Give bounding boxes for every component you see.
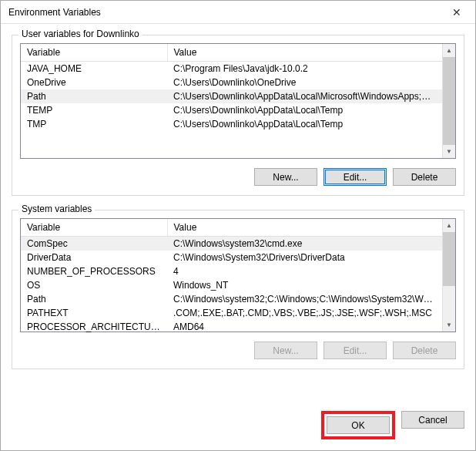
system-delete-button: Delete xyxy=(393,342,456,359)
table-row-selected[interactable]: ComSpec C:\Windows\system32\cmd.exe xyxy=(21,237,442,251)
table-row[interactable]: TMP C:\Users\Downlinko\AppData\Local\Tem… xyxy=(21,117,442,131)
env-vars-dialog: Environment Variables ✕ User variables f… xyxy=(0,0,476,451)
system-new-button: New... xyxy=(254,342,317,359)
col-header-variable[interactable]: Variable xyxy=(21,44,167,62)
table-row[interactable]: OS Windows_NT xyxy=(21,278,442,292)
system-variables-table-wrap: Variable Value ComSpec C:\Windows\system… xyxy=(20,218,456,332)
scroll-down-icon[interactable]: ▼ xyxy=(443,318,455,332)
user-new-button[interactable]: New... xyxy=(254,168,317,186)
user-group-legend: User variables for Downlinko xyxy=(18,29,142,39)
table-row[interactable]: DriverData C:\Windows\System32\Drivers\D… xyxy=(21,251,442,264)
close-button[interactable]: ✕ xyxy=(439,1,474,23)
scroll-thumb[interactable] xyxy=(443,232,455,286)
scroll-thumb[interactable] xyxy=(443,57,455,145)
system-edit-button: Edit... xyxy=(323,342,387,359)
system-variables-group: System variables Variable Value ComSpec xyxy=(12,210,464,369)
table-row[interactable]: TEMP C:\Users\Downlinko\AppData\Local\Te… xyxy=(21,103,442,117)
user-variables-table[interactable]: Variable Value JAVA_HOME C:\Program File… xyxy=(21,44,442,131)
titlebar: Environment Variables ✕ xyxy=(1,1,475,24)
scrollbar[interactable]: ▲ ▼ xyxy=(442,44,455,158)
scrollbar[interactable]: ▲ ▼ xyxy=(442,219,455,332)
col-header-variable[interactable]: Variable xyxy=(21,219,167,237)
system-group-legend: System variables xyxy=(18,204,95,214)
highlight-annotation: OK xyxy=(321,411,395,439)
table-row[interactable]: PATHEXT .COM;.EXE;.BAT;.CMD;.VBS;.VBE;.J… xyxy=(21,306,442,320)
user-delete-button[interactable]: Delete xyxy=(393,168,456,186)
scroll-up-icon[interactable]: ▲ xyxy=(443,44,455,57)
col-header-value[interactable]: Value xyxy=(167,44,442,62)
scroll-down-icon[interactable]: ▼ xyxy=(443,145,455,158)
table-row[interactable]: OneDrive C:\Users\Downlinko\OneDrive xyxy=(21,76,442,89)
cancel-button[interactable]: Cancel xyxy=(401,411,464,429)
system-variables-table[interactable]: Variable Value ComSpec C:\Windows\system… xyxy=(21,219,442,334)
dialog-button-row: OK Cancel xyxy=(1,411,475,450)
table-row[interactable]: NUMBER_OF_PROCESSORS 4 xyxy=(21,264,442,278)
scroll-up-icon[interactable]: ▲ xyxy=(443,219,455,232)
table-row[interactable]: Path C:\Windows\system32;C:\Windows;C:\W… xyxy=(21,292,442,306)
ok-button[interactable]: OK xyxy=(327,416,390,434)
user-button-row: New... Edit... Delete xyxy=(20,168,456,186)
user-variables-table-wrap: Variable Value JAVA_HOME C:\Program File… xyxy=(20,43,456,159)
system-button-row: New... Edit... Delete xyxy=(20,342,456,359)
window-title: Environment Variables xyxy=(8,7,439,18)
dialog-content: User variables for Downlinko Variable Va… xyxy=(1,24,475,411)
user-edit-button[interactable]: Edit... xyxy=(323,168,387,186)
table-row-selected[interactable]: Path C:\Users\Downlinko\AppData\Local\Mi… xyxy=(21,89,442,103)
col-header-value[interactable]: Value xyxy=(167,219,442,237)
user-variables-group: User variables for Downlinko Variable Va… xyxy=(12,35,464,196)
table-row[interactable]: JAVA_HOME C:\Program Files\Java\jdk-10.0… xyxy=(21,62,442,76)
table-row[interactable]: PROCESSOR_ARCHITECTURE AMD64 xyxy=(21,320,442,334)
scroll-track-space[interactable] xyxy=(443,286,455,318)
close-icon: ✕ xyxy=(452,6,461,19)
